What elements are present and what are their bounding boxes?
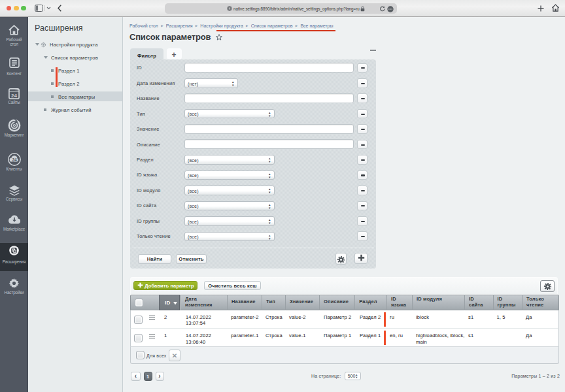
svg-text:24: 24	[11, 92, 17, 98]
svg-text:24: 24	[12, 157, 17, 162]
